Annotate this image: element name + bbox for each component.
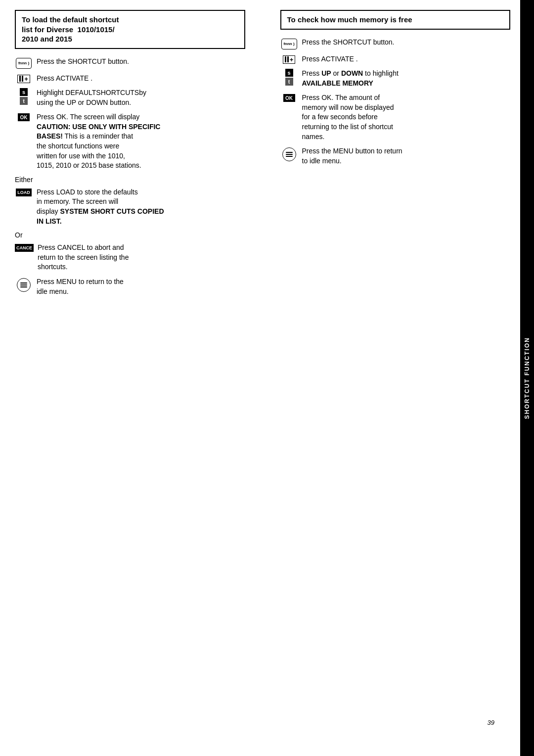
step-text-activate-left: Press ACTIVATE . <box>37 74 245 84</box>
step-shortcut-left: fnnn ) Press the SHORTCUT button. <box>15 57 245 69</box>
left-section: To load the default shortcutlist for Div… <box>15 10 250 301</box>
step-text-ok-right: Press OK. The amount of memory will now … <box>302 93 511 142</box>
either-label: Either <box>15 176 245 184</box>
step-activate-left: + Press ACTIVATE . <box>15 74 245 84</box>
step-text-activate-right: Press ACTIVATE . <box>302 54 511 64</box>
step-text-highlight-left: Highlight DEFAULTSHORTCUTSbyusing the UP… <box>37 88 245 107</box>
step-text-load-left: Press LOAD to store the defaults in memo… <box>37 188 245 226</box>
step-text-menu-right: Press the MENU button to returnto idle m… <box>302 146 511 166</box>
right-section-header: To check how much memory is free <box>280 10 511 30</box>
s-icon-right: s <box>285 69 293 77</box>
ok-icon-left: OK <box>15 113 33 121</box>
step-text-menu-left: Press MENU to return to theidle menu. <box>37 277 245 296</box>
sidebar-tab: SHORTCUT FUNCTION <box>520 0 534 756</box>
activate-icon-left: + <box>15 75 33 83</box>
page-number: 39 <box>488 719 494 726</box>
st-icons-left: s t <box>15 88 33 105</box>
left-section-header: To load the default shortcutlist for Div… <box>15 10 245 49</box>
sidebar-tab-label: SHORTCUT FUNCTION <box>524 337 531 419</box>
step-text-shortcut-right: Press the SHORTCUT button. <box>302 38 511 47</box>
step-menu-left: Press MENU to return to theidle menu. <box>15 277 245 296</box>
step-text-ok-left: Press OK. The screen will display CAUTIO… <box>37 112 245 171</box>
step-highlight-left: s t Highlight DEFAULTSHORTCUTSbyusing th… <box>15 88 245 107</box>
step-ok-right: OK Press OK. The amount of memory will n… <box>280 93 511 142</box>
step-cancel-left: CANCE Press CANCEL to abort and return t… <box>15 243 245 272</box>
step-highlight-right: s t Press UP or DOWN to highlight AVAILA… <box>280 69 511 88</box>
menu-icon-left <box>15 278 33 292</box>
menu-icon-right <box>280 147 298 161</box>
step-menu-right: Press the MENU button to returnto idle m… <box>280 146 511 166</box>
step-ok-left: OK Press OK. The screen will display CAU… <box>15 112 245 171</box>
step-load-left: LOAD Press LOAD to store the defaults in… <box>15 188 245 226</box>
step-text-cancel-left: Press CANCEL to abort and return to the … <box>38 243 245 272</box>
t-icon-left: t <box>20 97 28 105</box>
st-icons-right: s t <box>280 69 298 86</box>
s-icon-left: s <box>20 88 28 96</box>
ok-icon-right: OK <box>280 94 298 102</box>
load-icon-left: LOAD <box>15 189 33 196</box>
step-shortcut-right: fnnn ) Press the SHORTCUT button. <box>280 38 511 49</box>
step-text-highlight-right: Press UP or DOWN to highlight AVAILABLE … <box>302 69 511 88</box>
step-text-shortcut-left: Press the SHORTCUT button. <box>37 57 245 67</box>
right-section: To check how much memory is free fnnn ) … <box>275 10 511 171</box>
shortcut-icon-left: fnnn ) <box>15 58 33 69</box>
cancel-icon-left: CANCE <box>15 244 34 252</box>
activate-icon-right: + <box>280 55 298 64</box>
shortcut-icon-right: fnnn ) <box>280 39 298 49</box>
or-label: Or <box>15 231 245 239</box>
step-activate-right: + Press ACTIVATE . <box>280 54 511 64</box>
t-icon-right: t <box>285 78 293 86</box>
